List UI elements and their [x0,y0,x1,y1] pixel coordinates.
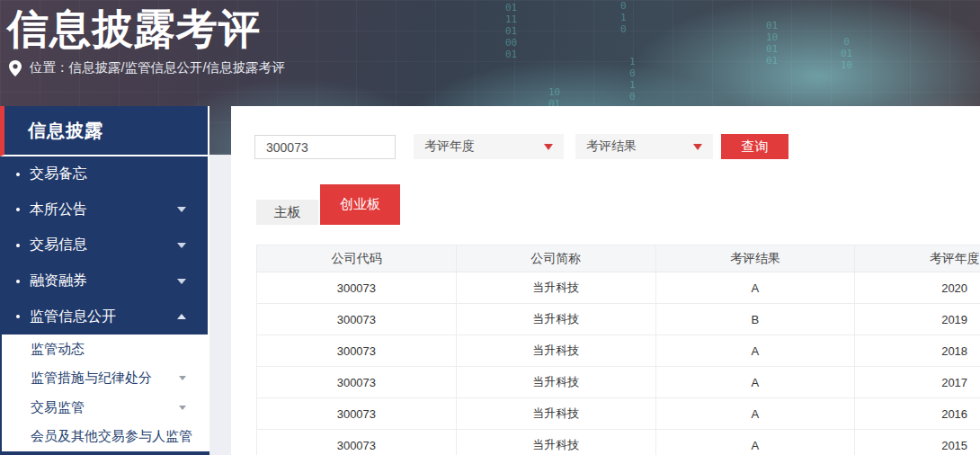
tab-chinext[interactable]: 创业板 [320,184,400,225]
table-cell: 300073 [257,398,457,430]
sidebar-submenu: 监管动态 监管措施与纪律处分 交易监管 会员及其他交易参与人监管 [0,335,209,451]
board-tabs: 主板 创业板 [256,184,400,225]
binary-digits-decoration: 0 1 0 [620,0,627,35]
chevron-down-icon [177,243,186,248]
table-cell: 300073 [257,430,457,455]
sidebar-item-label: 交易信息 [30,236,87,254]
sidebar-item-exchange-notices[interactable]: 本所公告 [0,192,208,228]
table-cell: A [655,430,855,455]
table-cell: 300073 [257,367,457,398]
table-cell: A [655,335,855,367]
table-row: 300073当升科技A2016 [257,398,980,430]
sidebar-item-label: 监管信息公开 [30,308,116,326]
table-cell: 当升科技 [456,430,655,455]
breadcrumb-text: 位置：信息披露/监管信息公开/信息披露考评 [30,59,285,76]
col-company-code: 公司代码 [257,245,457,272]
table-header: 公司代码 公司简称 考评结果 考评年度 [257,245,980,272]
col-eval-result: 考评结果 [655,245,855,272]
chevron-up-icon [177,314,186,319]
submenu-item-label: 会员及其他交易参与人监管 [31,428,192,445]
table-cell: 当升科技 [456,304,655,335]
table-cell: 2016 [855,398,980,430]
table-cell: A [655,398,855,430]
table-cell: 300073 [257,304,457,335]
sidebar-title: 信息披露 [0,106,209,156]
chevron-down-icon [177,279,186,284]
submenu-item-measures-discipline[interactable]: 监管措施与纪律处分 [2,364,209,394]
table-row: 300073当升科技A2017 [257,367,980,398]
chevron-down-icon [179,406,186,410]
submenu-item-label: 交易监管 [31,399,85,416]
submenu-item-label: 监管动态 [31,341,85,358]
table-cell: 2020 [855,272,980,304]
eval-year-dropdown[interactable]: 考评年度 [414,134,564,159]
table-row: 300073当升科技A2020 [257,272,980,304]
binary-digits-decoration: 01 11 01 00 01 [505,2,517,60]
sidebar-menu: 交易备忘 本所公告 交易信息 融资融券 监管信息公开 [0,156,209,335]
sidebar-bottom-strip [0,451,209,455]
stock-code-input[interactable] [254,135,396,159]
table-cell: B [655,304,855,335]
sidebar-item-regulatory-disclosure[interactable]: 监管信息公开 [0,299,208,335]
table-row: 300073当升科技B2019 [257,304,980,335]
eval-result-dropdown-label: 考评结果 [586,138,637,155]
sidebar-item-margin-trading[interactable]: 融资融券 [0,263,208,299]
main-panel: 考评年度 考评结果 查询 主板 创业板 公司代码 公司简称 考评结果 考评年度 … [231,106,980,455]
eval-year-dropdown-label: 考评年度 [424,138,475,155]
table-cell: 当升科技 [456,335,655,367]
binary-digits-decoration: 0 01 10 [841,36,852,71]
submenu-item-regulatory-updates[interactable]: 监管动态 [2,335,209,364]
col-company-name: 公司简称 [456,245,655,272]
table-cell: 300073 [257,272,457,304]
table-cell: 2018 [855,335,980,367]
sidebar-item-label: 融资融券 [30,272,87,290]
sidebar-item-label: 本所公告 [30,201,87,219]
sidebar-item-trading-memo[interactable]: 交易备忘 [0,156,208,192]
triangle-down-icon [693,144,702,150]
binary-digits-decoration: 01 10 01 01 [766,20,778,67]
sidebar: 信息披露 交易备忘 本所公告 交易信息 融资融券 监管信息公开 监管动 [0,106,209,455]
submenu-item-trading-supervision[interactable]: 交易监管 [2,393,209,423]
table-cell: 当升科技 [456,272,655,304]
bullet-icon [16,208,20,211]
table-cell: 2019 [855,304,980,335]
bullet-icon [16,280,20,283]
submenu-item-label: 监管措施与纪律处分 [31,370,152,387]
table-cell: 2017 [855,367,980,398]
breadcrumb: 位置：信息披露/监管信息公开/信息披露考评 [9,59,285,76]
table-row: 300073当升科技A2015 [257,430,980,455]
table-row: 300073当升科技A2018 [257,335,980,367]
table-cell: A [655,367,855,398]
chevron-down-icon [179,376,186,380]
table-cell: 2015 [855,430,980,455]
tab-main-board[interactable]: 主板 [256,200,318,225]
bullet-icon [16,244,20,247]
bullet-icon [16,173,20,176]
triangle-down-icon [544,144,553,150]
eval-result-dropdown[interactable]: 考评结果 [575,134,713,159]
table-cell: 当升科技 [456,398,655,430]
table-cell: A [655,272,855,304]
table-body: 300073当升科技A2020300073当升科技B2019300073当升科技… [257,272,980,455]
sidebar-item-label: 交易备忘 [30,165,87,183]
page-title: 信息披露考评 [7,2,261,58]
table-cell: 当升科技 [456,367,655,398]
bullet-icon [16,315,20,318]
evaluation-table: 公司代码 公司简称 考评结果 考评年度 300073当升科技A202030007… [256,245,980,455]
query-button[interactable]: 查询 [721,134,788,159]
chevron-down-icon [177,207,186,212]
sidebar-item-trading-info[interactable]: 交易信息 [0,228,208,263]
binary-digits-decoration: 1 0 1 0 [629,56,636,103]
col-eval-year: 考评年度 [855,245,980,272]
location-pin-icon [9,60,22,76]
submenu-item-member-supervision[interactable]: 会员及其他交易参与人监管 [2,423,209,452]
table-cell: 300073 [257,335,457,367]
